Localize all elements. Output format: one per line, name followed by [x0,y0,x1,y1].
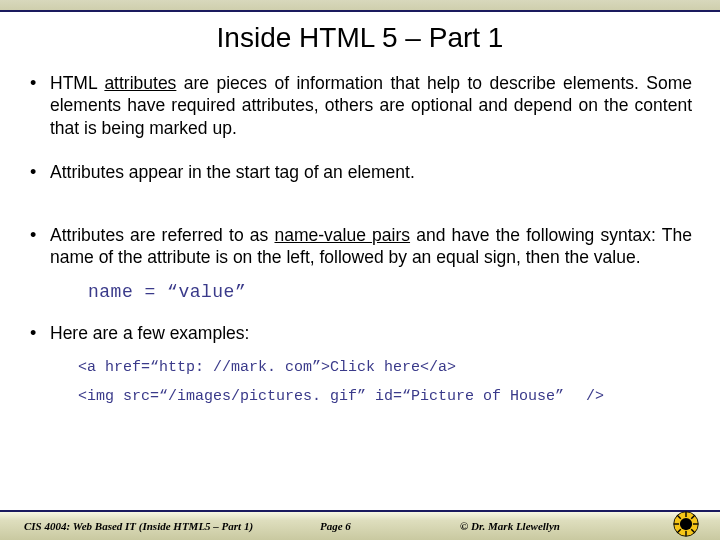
slide-title: Inside HTML 5 – Part 1 [28,22,692,54]
ucf-logo-icon [672,510,700,538]
footer-course: CIS 4004: Web Based IT (Inside HTML5 – P… [0,520,320,532]
code-example-2a: <img src=“/images/pictures. gif” id=“Pic… [78,388,564,405]
bullet-2: Attributes appear in the start tag of an… [28,161,692,183]
svg-point-1 [680,518,692,530]
bullet-1-text-a: HTML [50,73,104,93]
top-divider-band [0,0,720,12]
slide-footer: CIS 4004: Web Based IT (Inside HTML5 – P… [0,510,720,540]
code-example-2b: /> [586,388,604,405]
bullet-list: HTML attributes are pieces of informatio… [28,72,692,268]
bullet-3-text-a: Attributes are referred to as [50,225,274,245]
bullet-3: Attributes are referred to as name-value… [28,224,692,269]
bullet-3-underline: name-value pairs [274,225,410,245]
slide-body: Inside HTML 5 – Part 1 HTML attributes a… [0,12,720,405]
bullet-4: Here are a few examples: [28,322,692,344]
code-example-2: <img src=“/images/pictures. gif” id=“Pic… [78,388,692,405]
footer-page: Page 6 [320,520,430,532]
bullet-2-text: Attributes appear in the start tag of an… [50,162,415,182]
bullet-list-2: Here are a few examples: [28,322,692,344]
code-example-1: <a href=“http: //mark. com”>Click here</… [78,359,692,376]
code-syntax: name = “value” [88,282,692,302]
bullet-1-underline: attributes [104,73,176,93]
bullet-4-text: Here are a few examples: [50,323,249,343]
bullet-1: HTML attributes are pieces of informatio… [28,72,692,139]
